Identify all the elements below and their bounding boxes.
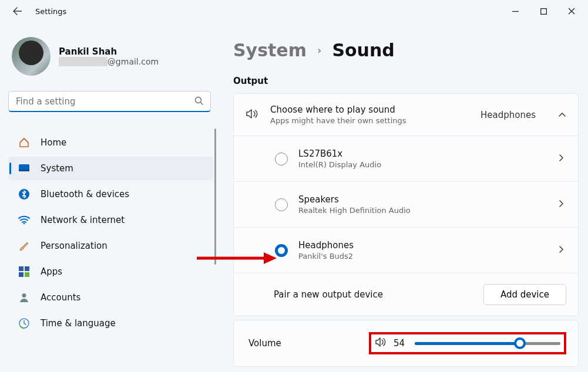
profile-name: Pankil Shah (59, 46, 159, 57)
sidebar-item-system[interactable]: System (8, 157, 213, 180)
window-controls (501, 0, 586, 22)
profile-block[interactable]: Pankil Shah xxxxxxxxxx@gmail.com (12, 37, 220, 76)
device-sub: Pankil's Buds2 (298, 252, 547, 261)
svg-rect-9 (25, 272, 29, 277)
app-title: Settings (35, 7, 66, 16)
svg-point-10 (22, 293, 26, 297)
arrow-left-icon (13, 6, 22, 16)
output-section-title: Output (233, 76, 579, 86)
profile-email: xxxxxxxxxx@gmail.com (59, 57, 159, 66)
apps-icon (18, 266, 30, 278)
search-wrap (8, 91, 211, 112)
main-content: System › Sound Output Choose where to pl… (220, 22, 588, 372)
breadcrumb-parent[interactable]: System (233, 40, 307, 60)
sidebar-item-home[interactable]: Home (8, 131, 213, 154)
wifi-icon (18, 214, 30, 226)
clock-icon (18, 317, 30, 329)
device-name: LS27B61x (298, 148, 547, 159)
speaker-icon (246, 108, 258, 122)
device-name: Headphones (298, 240, 547, 251)
sidebar-item-bluetooth[interactable]: Bluetooth & devices (8, 182, 213, 206)
search-input[interactable] (8, 91, 211, 112)
svg-rect-8 (19, 272, 23, 277)
sidebar-item-label: Bluetooth & devices (41, 189, 129, 199)
close-icon (568, 8, 575, 15)
radio-unchecked[interactable] (275, 153, 288, 165)
sidebar-item-label: Accounts (41, 292, 80, 303)
chooser-title: Choose where to play sound (270, 104, 469, 115)
bluetooth-icon (18, 188, 30, 200)
svg-rect-3 (19, 170, 29, 171)
pair-label: Pair a new output device (274, 289, 383, 300)
nav-scrollbar[interactable] (214, 128, 216, 265)
home-icon (18, 137, 30, 148)
device-name: Speakers (298, 194, 547, 205)
device-item-speakers[interactable]: Speakers Realtek High Definition Audio (234, 182, 578, 228)
svg-rect-6 (19, 266, 23, 271)
chevron-right-icon (558, 153, 564, 164)
output-chooser-card: Choose where to play sound Apps might ha… (233, 93, 579, 316)
radio-unchecked[interactable] (275, 198, 288, 211)
device-item-headphones[interactable]: Headphones Pankil's Buds2 (234, 228, 578, 273)
sidebar-item-label: Network & internet (41, 215, 125, 225)
sidebar-item-personalization[interactable]: Personalization (8, 234, 213, 258)
volume-card: Volume 54 (233, 320, 579, 367)
volume-control-highlighted: 54 (369, 332, 566, 354)
slider-thumb[interactable] (514, 337, 526, 349)
device-sub: Intel(R) Display Audio (298, 160, 547, 169)
close-button[interactable] (557, 0, 586, 22)
minimize-button[interactable] (501, 0, 529, 22)
device-list: LS27B61x Intel(R) Display Audio Speakers… (234, 136, 578, 273)
chooser-sub: Apps might have their own settings (270, 116, 469, 125)
avatar (12, 37, 51, 76)
svg-rect-0 (540, 8, 546, 14)
chevron-right-icon (558, 245, 564, 256)
maximize-icon (540, 8, 547, 15)
person-icon (18, 292, 30, 303)
volume-label: Volume (248, 338, 369, 349)
chevron-right-icon: › (317, 44, 321, 56)
chooser-value: Headphones (481, 110, 536, 120)
sidebar-item-time[interactable]: Time & language (8, 312, 213, 335)
sidebar-item-label: Time & language (41, 318, 116, 329)
sidebar-item-network[interactable]: Network & internet (8, 208, 213, 232)
titlebar: Settings (0, 0, 588, 22)
back-button[interactable] (11, 4, 25, 18)
minimize-icon (512, 8, 519, 15)
sidebar-item-label: System (41, 163, 73, 174)
radio-checked[interactable] (275, 244, 288, 257)
search-icon (194, 96, 204, 106)
svg-rect-7 (25, 266, 29, 271)
sidebar-item-label: Home (41, 137, 66, 148)
device-sub: Realtek High Definition Audio (298, 206, 547, 215)
breadcrumb-current: Sound (332, 40, 394, 60)
volume-value: 54 (394, 338, 408, 349)
sidebar-item-apps[interactable]: Apps (8, 260, 213, 283)
sidebar-item-label: Personalization (41, 241, 107, 251)
chevron-up-icon (558, 109, 566, 120)
maximize-button[interactable] (529, 0, 557, 22)
breadcrumb: System › Sound (233, 40, 579, 60)
volume-slider[interactable] (415, 342, 560, 345)
device-item-ls27b61x[interactable]: LS27B61x Intel(R) Display Audio (234, 136, 578, 182)
nav-list: Home System Bluetooth & devices Network … (8, 128, 220, 337)
volume-icon[interactable] (375, 337, 387, 350)
output-chooser-header[interactable]: Choose where to play sound Apps might ha… (234, 94, 578, 136)
system-icon (18, 163, 30, 174)
chevron-right-icon (558, 199, 564, 210)
svg-point-1 (196, 97, 201, 103)
sidebar-item-label: Apps (41, 266, 62, 277)
sidebar-item-accounts[interactable]: Accounts (8, 286, 213, 309)
add-device-button[interactable]: Add device (483, 284, 566, 305)
sidebar: Pankil Shah xxxxxxxxxx@gmail.com Home Sy… (0, 22, 220, 372)
pair-row: Pair a new output device Add device (234, 273, 578, 316)
svg-point-5 (23, 223, 25, 225)
brush-icon (18, 240, 30, 252)
slider-fill (415, 342, 520, 345)
